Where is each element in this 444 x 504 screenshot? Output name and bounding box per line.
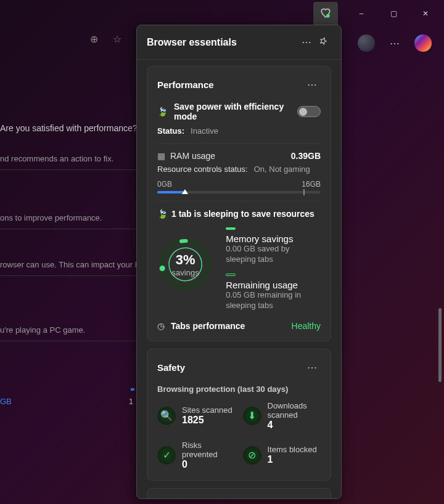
browser-essentials-titlebar-button[interactable] [313, 2, 338, 25]
ram-chip-icon: ▦ [157, 151, 165, 161]
panel-title: Browser essentials [147, 37, 298, 48]
download-icon: ⬇ [243, 407, 261, 425]
minimize-button[interactable]: – [348, 2, 375, 25]
savings-gauge: 3% savings [157, 227, 213, 301]
stat-value: 0 [182, 459, 236, 470]
block-icon: ⊘ [243, 446, 261, 465]
ram-value: 0.39GB [291, 151, 321, 161]
sites-scanned-stat: 🔍 Sites scanned 1825 [157, 401, 236, 431]
efficiency-toggle[interactable] [297, 106, 321, 117]
vpn-card: Microsoft Edge Secure Network Preview ⋯ … [147, 488, 331, 498]
memory-savings-desc: 0.00 GB saved by sleeping tabs [226, 244, 321, 265]
browser-toolbar: ⋯ [345, 30, 444, 57]
performance-title: Performance [157, 79, 303, 90]
slider-max: 16GB [302, 180, 321, 189]
shield-search-icon: 🔍 [157, 407, 176, 425]
efficiency-label: Save power with efficiency mode [174, 102, 291, 121]
svg-point-0 [326, 14, 330, 18]
resource-value: On, Not gaming [254, 165, 310, 174]
bg-text: ons to improve performance. [0, 207, 142, 229]
stat-value: 1825 [182, 415, 232, 426]
performance-more-button[interactable]: ⋯ [303, 76, 321, 93]
shield-check-icon: ✓ [157, 446, 176, 465]
ram-slider[interactable]: 0GB 16GB [157, 180, 321, 193]
memory-savings-title: Memory savings [226, 234, 321, 244]
bg-text: Are you satisfied with performance? [0, 117, 142, 139]
risks-prevented-stat: ✓ Risks prevented 0 [157, 441, 236, 470]
panel-body[interactable]: Performance ⋯ 🍃 Save power with efficien… [137, 60, 341, 498]
tabs-perf-label: Tabs performance [171, 321, 245, 331]
more-menu-button[interactable]: ⋯ [386, 35, 403, 52]
bg-text: nd recommends an action to fix. [0, 148, 142, 170]
background-page: Are you satisfied with performance? nd r… [0, 62, 142, 406]
bg-gb-label: GB [0, 397, 12, 406]
safety-card: Safety ⋯ Browsing protection (last 30 da… [147, 349, 331, 481]
browser-essentials-panel: Browser essentials ⋯ Performance ⋯ 🍃 Sav… [136, 25, 342, 499]
pin-button[interactable] [315, 35, 331, 51]
resource-label: Resource controls status: [157, 165, 248, 174]
status-label: Status: [157, 126, 184, 136]
panel-more-button[interactable]: ⋯ [298, 34, 315, 51]
downloads-scanned-stat: ⬇ Downloads scanned 4 [243, 401, 321, 431]
favorite-icon[interactable]: ☆ [113, 33, 121, 45]
stat-label: Risks prevented [182, 441, 236, 459]
window-controls: – ▢ ✕ [313, 0, 444, 27]
sleep-text: 1 tab is sleeping to save resources [171, 209, 314, 219]
gauge-label: savings [172, 268, 199, 277]
remaining-title: Remaining usage [226, 280, 321, 290]
bg-text: u're playing a PC game. [0, 319, 142, 341]
stat-value: 4 [268, 420, 321, 431]
stat-label: Sites scanned [182, 405, 232, 415]
status-value: Inactive [191, 126, 218, 136]
zoom-icon[interactable]: ⊕ [90, 33, 98, 45]
safety-title: Safety [157, 362, 303, 373]
leaf-icon: 🍃 [157, 107, 168, 116]
leaf-icon: 🍃 [157, 209, 168, 219]
ram-label: RAM usage [170, 151, 215, 161]
safety-more-button[interactable]: ⋯ [303, 359, 321, 376]
maximize-button[interactable]: ▢ [380, 2, 407, 25]
speedometer-icon: ◷ [157, 321, 165, 331]
stat-value: 1 [268, 454, 317, 465]
items-blocked-stat: ⊘ Items blocked 1 [243, 441, 321, 470]
profile-avatar[interactable] [358, 35, 375, 52]
copilot-button[interactable] [414, 35, 432, 52]
panel-header: Browser essentials ⋯ [137, 25, 341, 60]
remaining-desc: 0.05 GB remaining in sleeping tabs [226, 290, 321, 311]
toolbar-icons-left: ⊕ ☆ [90, 33, 121, 45]
gauge-percent: 3% [176, 252, 195, 268]
bg-num: 1 [129, 397, 133, 406]
performance-card: Performance ⋯ 🍃 Save power with efficien… [147, 66, 331, 341]
close-button[interactable]: ✕ [412, 2, 439, 25]
scrollbar[interactable] [438, 308, 442, 382]
safety-subtitle: Browsing protection (last 30 days) [157, 384, 321, 394]
stat-label: Downloads scanned [268, 401, 321, 420]
bg-text: rowser can use. This can impact your bro… [0, 254, 142, 276]
stat-label: Items blocked [268, 445, 317, 454]
slider-min: 0GB [157, 180, 172, 189]
tabs-perf-status: Healthy [292, 321, 321, 331]
